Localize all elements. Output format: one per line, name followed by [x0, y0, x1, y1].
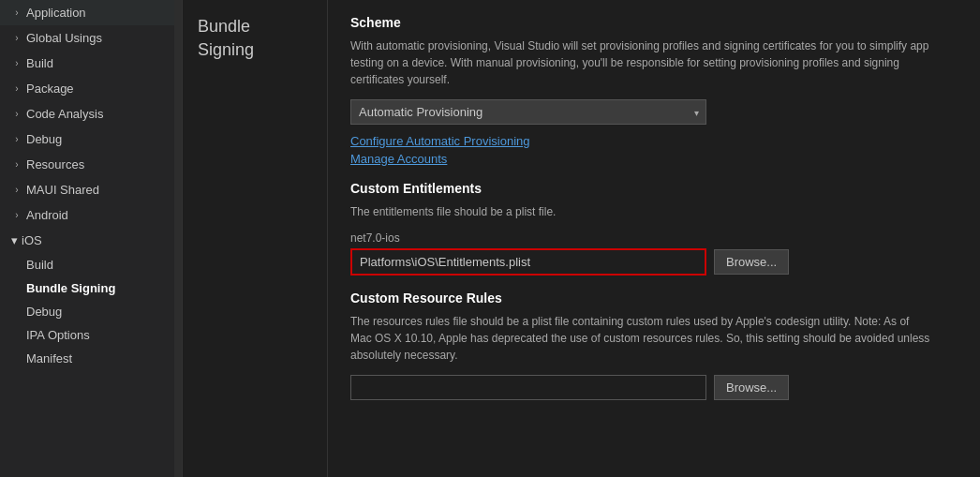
chevron-icon: › [11, 210, 22, 220]
sidebar-item-global-usings[interactable]: › Global Usings [0, 25, 182, 51]
sidebar-item-label: Code Analysis [26, 107, 103, 121]
resource-rules-input[interactable] [350, 375, 706, 400]
entitlements-title: Custom Entitlements [350, 181, 958, 196]
chevron-icon: › [11, 134, 22, 144]
panel-header: Bundle Signing [183, 0, 328, 477]
sidebar-item-label: Debug [26, 132, 62, 146]
sidebar-item-ios-manifest[interactable]: Manifest [0, 347, 182, 370]
sidebar-item-label: Package [26, 82, 74, 96]
sidebar-item-ios-ipa-options[interactable]: IPA Options [0, 323, 182, 347]
custom-resource-rules-section: Custom Resource Rules The resources rule… [350, 291, 958, 400]
scheme-title: Scheme [350, 15, 958, 30]
chevron-icon: › [11, 7, 22, 18]
page-title: Bundle Signing [198, 15, 312, 62]
sidebar-item-maui-shared[interactable]: › MAUI Shared [0, 177, 182, 202]
sidebar-item-ios[interactable]: ▾ iOS [0, 228, 182, 253]
sidebar: › Application › Global Usings › Build › … [0, 0, 183, 477]
sidebar-item-label: Global Usings [26, 31, 102, 45]
chevron-icon: › [11, 33, 22, 43]
sidebar-item-label: MAUI Shared [26, 183, 99, 197]
entitlements-field-label: net7.0-ios [350, 231, 958, 245]
resource-rules-description: The resources rules file should be a pli… [350, 313, 931, 364]
chevron-icon: › [11, 185, 22, 195]
custom-entitlements-section: Custom Entitlements The entitlements fil… [350, 181, 958, 276]
configure-provisioning-link[interactable]: Configure Automatic Provisioning [350, 134, 958, 148]
chevron-icon: › [11, 58, 22, 68]
sidebar-sub-label: Debug [26, 305, 62, 319]
scheme-description: With automatic provisioning, Visual Stud… [350, 37, 931, 88]
sidebar-item-label: Application [26, 6, 86, 20]
sidebar-item-label: Build [26, 56, 53, 70]
sidebar-item-label: Android [26, 208, 68, 222]
scheme-dropdown-container[interactable]: Automatic Provisioning Manual Provisioni… [350, 99, 706, 125]
entitlements-description: The entitlements file should be a plist … [350, 203, 931, 220]
sidebar-item-ios-debug[interactable]: Debug [0, 300, 182, 323]
sidebar-ios-label: iOS [22, 233, 42, 247]
sidebar-sub-label: Build [26, 258, 53, 272]
sidebar-item-label: Resources [26, 157, 84, 171]
sidebar-item-resources[interactable]: › Resources [0, 152, 182, 177]
sidebar-item-application[interactable]: › Application [0, 0, 182, 25]
sidebar-item-code-analysis[interactable]: › Code Analysis [0, 101, 182, 127]
entitlements-input-row: Browse... [350, 248, 958, 276]
resource-rules-browse-button[interactable]: Browse... [714, 375, 789, 400]
resource-rules-title: Custom Resource Rules [350, 291, 958, 306]
sidebar-item-ios-build[interactable]: Build [0, 253, 182, 276]
sidebar-item-debug[interactable]: › Debug [0, 127, 182, 152]
sidebar-item-package[interactable]: › Package [0, 76, 182, 101]
chevron-icon: › [11, 83, 22, 94]
main-area: Bundle Signing Scheme With automatic pro… [183, 0, 980, 477]
ios-sub-items: Build Bundle Signing Debug IPA Options M… [0, 253, 182, 370]
content-area: Scheme With automatic provisioning, Visu… [328, 0, 980, 477]
chevron-icon: › [11, 159, 22, 170]
scheme-section: Scheme With automatic provisioning, Visu… [350, 15, 958, 166]
resource-rules-input-row: Browse... [350, 375, 958, 400]
entitlements-input[interactable] [350, 248, 706, 276]
sidebar-sub-label: IPA Options [26, 328, 90, 342]
sidebar-item-ios-bundle-signing[interactable]: Bundle Signing [0, 276, 182, 300]
sidebar-sub-label: Manifest [26, 351, 72, 365]
entitlements-browse-button[interactable]: Browse... [714, 249, 789, 275]
chevron-icon: › [11, 109, 22, 119]
sidebar-item-android[interactable]: › Android [0, 202, 182, 228]
manage-accounts-link[interactable]: Manage Accounts [350, 152, 958, 166]
sidebar-sub-label: Bundle Signing [26, 281, 115, 295]
sidebar-item-build[interactable]: › Build [0, 51, 182, 76]
chevron-down-icon: ▾ [11, 233, 18, 247]
scheme-dropdown[interactable]: Automatic Provisioning Manual Provisioni… [350, 99, 706, 125]
scrollbar[interactable] [174, 0, 182, 477]
